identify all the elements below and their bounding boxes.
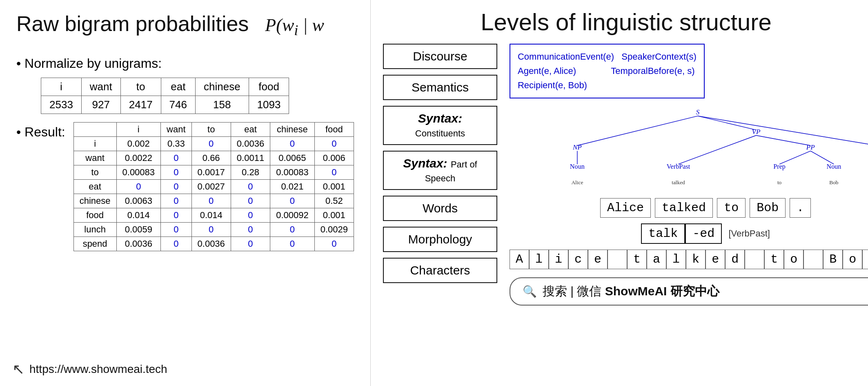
unigram-values-row: 2533 927 2417 746 158 1093	[41, 96, 289, 114]
char-B: B	[823, 250, 843, 269]
char-A: A	[510, 250, 529, 269]
normalize-bullet: • Normalize by unigrams:	[16, 56, 354, 71]
level-syntax-const-main: Syntax:	[418, 112, 462, 125]
normalize-label: • Normalize by unigrams:	[16, 56, 162, 71]
cursor-icon: ↖	[12, 361, 24, 378]
title-row: Raw bigram probabilities P(wi | w	[16, 12, 354, 48]
unigram-header-chinese: chinese	[196, 78, 249, 96]
char-e2: e	[706, 250, 725, 269]
level-characters: Characters	[383, 258, 497, 283]
word-to: to	[717, 198, 746, 218]
word-bob: Bob	[750, 198, 786, 218]
formula-display: P(wi | w	[265, 15, 324, 39]
right-panel: Levels of linguistic structure Discourse…	[370, 0, 868, 386]
level-morphology: Morphology	[383, 227, 497, 252]
right-title: Levels of linguistic structure	[383, 8, 868, 36]
search-icon: 🔍	[523, 285, 537, 298]
char-o: o	[784, 250, 803, 269]
unigram-val-to: 2417	[120, 96, 161, 114]
word-talked: talked	[655, 198, 713, 218]
unigram-val-chinese: 158	[196, 96, 249, 114]
bigram-th-eat: eat	[231, 123, 270, 137]
node-VP: VP	[752, 127, 760, 135]
node-noun2: Noun	[826, 163, 841, 170]
word-alice: Alice	[600, 198, 651, 218]
diagram-column: CommunicationEvent(e) SpeakerContext(s) …	[510, 44, 868, 378]
level-semantics-label: Semantics	[412, 80, 469, 94]
char-l: l	[529, 250, 549, 269]
syntax-tree: S VP NP PP Noun VerbPast Prep	[510, 107, 868, 190]
svg-line-5	[756, 135, 810, 145]
unigram-table: i want to eat chinese food 2533 927 2417…	[41, 78, 289, 114]
semantic-line3: Recipient(e, Bob)	[518, 80, 587, 90]
chars-row: A l i c e t a l k e d t o B	[510, 250, 868, 269]
table-row: eat 0 0 0.0027 0 0.021 0.001	[73, 180, 354, 194]
bigram-table: i want to eat chinese food i 0.002	[73, 122, 354, 251]
level-syntax-pos-main: Syntax:	[403, 156, 447, 170]
node-S: S	[696, 108, 700, 116]
unigram-header-to: to	[120, 78, 161, 96]
semantic-line1: CommunicationEvent(e) SpeakerContext(s)	[518, 51, 697, 62]
node-PP: PP	[806, 143, 815, 151]
unigram-header-i: i	[41, 78, 82, 96]
bigram-th-to: to	[191, 123, 231, 137]
svg-line-7	[810, 151, 834, 164]
result-label: • Result:	[16, 125, 65, 140]
table-row: to 0.00083 0 0.0017 0.28 0.00083 0	[73, 165, 354, 180]
unigram-val-want: 927	[81, 96, 120, 114]
table-row: want 0.0022 0 0.66 0.0011 0.0065 0.006	[73, 151, 354, 165]
unigram-header-row: i want to eat chinese food	[41, 78, 289, 96]
footer: ↖ https://www.showmeai.tech	[12, 361, 167, 378]
morph-ed: -ed	[685, 223, 722, 244]
word-period: .	[790, 198, 811, 218]
svg-line-6	[779, 151, 810, 164]
char-sp2	[745, 250, 764, 269]
char-k: k	[686, 250, 706, 269]
char-sp3	[803, 250, 823, 269]
char-t: t	[627, 250, 647, 269]
bullet-section: • Normalize by unigrams: i want to eat c…	[16, 56, 354, 251]
main-container: Raw bigram probabilities P(wi | w • Norm…	[0, 0, 868, 386]
level-words-label: Words	[423, 201, 458, 215]
char-i: i	[549, 250, 568, 269]
level-words: Words	[383, 196, 497, 221]
syntax-tree-svg: S VP NP PP Noun VerbPast Prep	[510, 107, 868, 188]
morph-verbpast-label: [VerbPast]	[728, 228, 770, 239]
unigram-header-eat: eat	[161, 78, 195, 96]
char-a: a	[647, 250, 666, 269]
leaf-alice: Alice	[571, 179, 583, 185]
svg-line-4	[678, 135, 756, 164]
level-discourse-label: Discourse	[413, 49, 467, 63]
char-sp1	[608, 250, 627, 269]
level-semantics: Semantics	[383, 75, 497, 100]
semantic-line2: Agent(e, Alice) TemporalBefore(e, s)	[518, 66, 695, 76]
table-row: i 0.002 0.33 0 0.0036 0 0	[73, 137, 354, 151]
node-noun1: Noun	[570, 163, 585, 170]
table-row: food 0.014 0 0.014 0 0.00092 0.001	[73, 208, 354, 223]
footer-url: https://www.showmeai.tech	[29, 363, 167, 376]
level-syntax-const: Syntax: Constituents	[383, 106, 497, 145]
level-morphology-label: Morphology	[408, 232, 472, 246]
level-discourse: Discourse	[383, 44, 497, 69]
level-characters-label: Characters	[410, 263, 470, 277]
search-text: 搜索 | 微信 ShowMeAI 研究中心	[543, 283, 719, 300]
levels-column: Discourse Semantics Syntax: Constituents…	[383, 44, 497, 378]
search-bar[interactable]: 🔍 搜索 | 微信 ShowMeAI 研究中心	[510, 277, 868, 306]
level-syntax-const-sub: Constituents	[415, 128, 465, 138]
morph-row: talk -ed [VerbPast]	[510, 223, 868, 244]
bigram-th-chinese: chinese	[270, 123, 315, 137]
char-c: c	[568, 250, 588, 269]
left-panel: Raw bigram probabilities P(wi | w • Norm…	[0, 0, 370, 386]
char-l2: l	[666, 250, 686, 269]
morph-talk: talk	[641, 223, 685, 244]
svg-line-0	[577, 116, 698, 145]
unigram-header-want: want	[81, 78, 120, 96]
char-e: e	[588, 250, 608, 269]
table-row: spend 0.0036 0 0.0036 0 0 0	[73, 237, 354, 251]
bigram-th-i: i	[116, 123, 161, 137]
leaf-bob: Bob	[829, 179, 839, 185]
bigram-header-row: i want to eat chinese food	[73, 123, 354, 137]
bigram-th-food: food	[314, 123, 354, 137]
bigram-th-empty	[73, 123, 116, 137]
unigram-val-food: 1093	[249, 96, 289, 114]
